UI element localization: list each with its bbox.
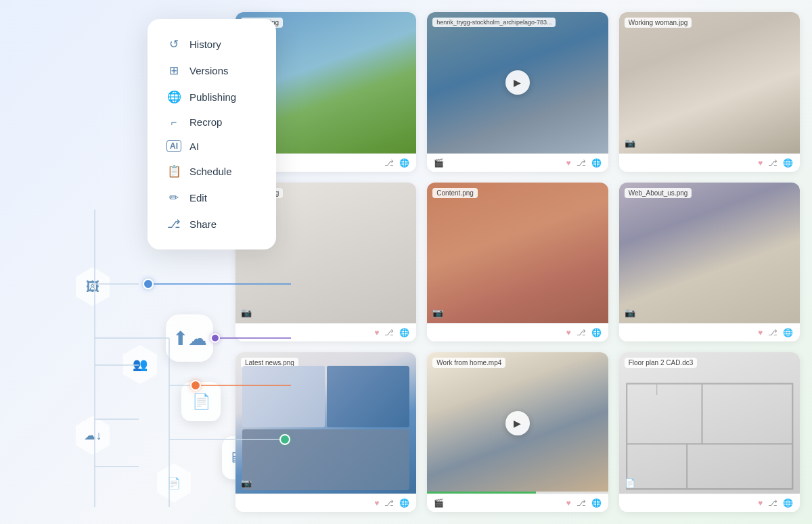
card-footer-web: ♥ ⎇ 🌐 [619,323,800,341]
video-icon-workfromhome: 🎬 [434,498,444,508]
card-title-woman: Working woman.jpg [625,18,692,28]
globe-icon-archipelago[interactable]: 🌐 [591,158,602,168]
users-icon: 👥 [133,357,148,372]
card-footer-content: ♥ ⎇ 🌐 [427,323,608,341]
video-icon-archipelago: 🎬 [434,158,444,168]
menu-label-edit: Edit [189,192,207,204]
menu-item-versions[interactable]: ⊞ Versions [164,57,260,84]
heart-icon-web[interactable]: ♥ [758,328,763,337]
share-icon: ⎇ [166,217,181,231]
menu-item-ai[interactable]: AI AI [164,134,260,158]
globe-icon-content[interactable]: 🌐 [591,328,602,337]
recrop-icon: ⌐ [166,116,181,128]
globe-icon-latest[interactable]: 🌐 [399,498,409,508]
globe-icon-web[interactable]: 🌐 [783,328,793,337]
share-icon-hallway[interactable]: ⎇ [384,328,394,337]
heart-icon-content[interactable]: ♥ [566,328,571,337]
context-menu: ↺ History ⊞ Versions 🌐 Publishing ⌐ Recr… [148,19,276,249]
heart-icon-hallway[interactable]: ♥ [374,328,379,337]
media-card-latest[interactable]: Latest news.png 📷 ♥ ⎇ 🌐 [235,352,416,512]
cloud-download-node[interactable]: ☁↓ [73,416,112,455]
card-thumb-content: Content.png 📷 [427,183,608,324]
upload-node[interactable]: ⬆☁ [166,314,213,362]
globe-icon-floorplan[interactable]: 🌐 [783,498,793,508]
share-icon-content[interactable]: ⎇ [577,328,586,337]
menu-label-schedule: Schedule [189,166,232,177]
card-thumb-woman: Working woman.jpg 📷 [619,12,800,153]
heart-icon-woman[interactable]: ♥ [758,158,763,168]
media-grid: Houses.jpg 📷 ♥ ⎇ 🌐 henrik_trygg-stockhol… [223,0,812,524]
card-title-content: Content.png [432,188,478,198]
card-type-floorplan: 📄 [625,478,635,488]
card-footer-latest: ♥ ⎇ 🌐 [235,494,416,512]
images-icon: 🖼 [86,279,99,295]
connector-dot-blue [143,279,154,289]
menu-item-history[interactable]: ↺ History [164,31,260,57]
card-title-web: Web_About_us.png [625,188,692,198]
card-type-content: 📷 [432,308,443,318]
progress-bar-workfromhome [427,492,608,494]
menu-item-share[interactable]: ⎇ Share [164,211,260,237]
share-icon-web[interactable]: ⎇ [768,328,777,337]
card-footer-hallway: ♥ ⎇ 🌐 [235,323,416,341]
menu-item-publishing[interactable]: 🌐 Publishing [164,84,260,110]
globe-icon-workfromhome[interactable]: 🌐 [591,498,602,508]
card-footer-floorplan: ♥ ⎇ 🌐 [619,494,800,512]
share-icon-latest[interactable]: ⎇ [384,498,394,508]
edit-icon: ✏ [166,191,181,205]
svg-rect-16 [627,444,687,490]
heart-icon-floorplan[interactable]: ♥ [758,498,763,508]
card-footer-archipelago: 🎬 ♥ ⎇ 🌐 [427,153,608,172]
pdf-icon: 📄 [167,477,181,490]
card-thumb-floorplan: Floor plan 2 CAD.dc3 📄 [619,352,800,494]
globe-icon-woman[interactable]: 🌐 [783,158,793,168]
document-icon: 📄 [192,393,210,410]
heart-icon-archipelago[interactable]: ♥ [566,158,571,168]
heart-icon-latest[interactable]: ♥ [374,498,379,508]
globe-icon-hallway[interactable]: 🌐 [399,328,409,337]
heart-icon-workfromhome[interactable]: ♥ [566,498,571,508]
media-card-archipelago[interactable]: henrik_trygg-stockholm_archipelago-783..… [427,12,608,172]
card-title-archipelago: henrik_trygg-stockholm_archipelago-783..… [432,18,556,27]
card-footer-woman: ♥ ⎇ 🌐 [619,153,800,172]
svg-rect-13 [627,384,792,490]
pdf-node[interactable]: 📄 [154,463,194,502]
media-card-workfromhome[interactable]: Work from home.mp4 ▶ 🎬 ♥ ⎇ 🌐 [427,352,608,512]
share-icon-houses[interactable]: ⎇ [384,158,394,168]
media-card-content[interactable]: Content.png 📷 ♥ ⎇ 🌐 [427,183,608,342]
connector-dot-teal [279,434,290,445]
share-icon-floorplan[interactable]: ⎇ [768,498,777,508]
users-node[interactable]: 👥 [120,345,160,384]
svg-rect-15 [702,384,792,444]
card-type-woman: 📷 [625,138,635,148]
card-type-latest: 📷 [241,478,252,488]
play-btn-workfromhome[interactable]: ▶ [505,411,530,435]
card-type-web: 📷 [625,308,635,318]
share-icon-woman[interactable]: ⎇ [768,158,777,168]
menu-label-share: Share [189,218,217,230]
share-icon-archipelago[interactable]: ⎇ [577,158,586,168]
card-thumb-archipelago: henrik_trygg-stockholm_archipelago-783..… [427,12,608,153]
menu-label-recrop: Recrop [189,116,222,128]
ai-icon: AI [166,140,181,152]
images-node[interactable]: 🖼 [73,267,112,306]
card-type-hallway: 📷 [241,308,252,318]
versions-icon: ⊞ [166,64,181,78]
globe-icon-houses[interactable]: 🌐 [399,158,409,168]
card-footer-workfromhome: 🎬 ♥ ⎇ 🌐 [427,494,608,512]
card-thumb-workfromhome: Work from home.mp4 ▶ [427,352,608,494]
menu-label-versions: Versions [189,65,229,76]
share-icon-workfromhome[interactable]: ⎇ [577,498,586,508]
media-card-floorplan[interactable]: Floor plan 2 CAD.dc3 📄 ♥ ⎇ 🌐 [619,352,800,512]
menu-item-schedule[interactable]: 📋 Schedule [164,158,260,185]
svg-rect-17 [687,444,792,490]
media-card-web[interactable]: Web_About_us.png 📷 ♥ ⎇ 🌐 [619,183,800,342]
upload-icon: ⬆☁ [173,327,207,350]
menu-item-recrop[interactable]: ⌐ Recrop [164,110,260,134]
progress-fill-workfromhome [427,492,535,494]
publishing-icon: 🌐 [166,90,181,104]
menu-item-edit[interactable]: ✏ Edit [164,185,260,211]
media-card-woman[interactable]: Working woman.jpg 📷 ♥ ⎇ 🌐 [619,12,800,172]
play-btn-archipelago[interactable]: ▶ [505,70,530,95]
document-node[interactable]: 📄 [181,382,221,421]
